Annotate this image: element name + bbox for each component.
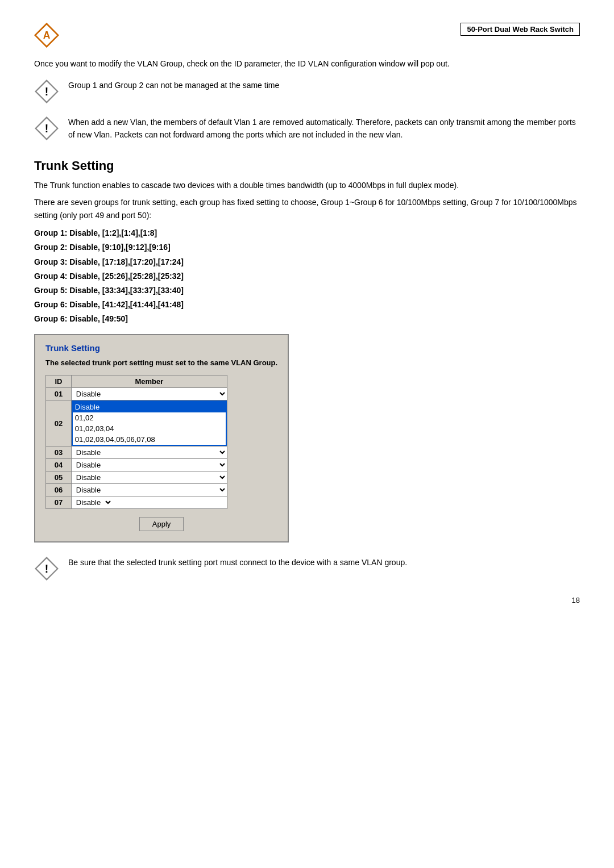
- table-row: 01 Disable 01,02 01,02,03,04 01,02,03,04…: [46, 388, 227, 400]
- section-title: Trunk Setting: [34, 158, 580, 173]
- member-select-07[interactable]: Disable: [72, 496, 113, 508]
- warning-text-1: Group 1 and Group 2 can not be managed a…: [68, 79, 279, 91]
- table-row: 05 Disable: [46, 471, 227, 484]
- member-select-04[interactable]: Disable: [72, 459, 227, 471]
- svg-text:A: A: [43, 30, 51, 41]
- member-cell-04[interactable]: Disable: [71, 459, 227, 471]
- member-select-06[interactable]: Disable: [72, 484, 227, 496]
- member-select-03[interactable]: Disable: [72, 446, 227, 458]
- product-name: 50-Port Dual Web Rack Switch: [460, 23, 580, 36]
- warning-icon-bottom: !: [34, 556, 59, 583]
- group-item-3: Group 3: Disable, [17:18],[17:20],[17:24…: [34, 255, 580, 269]
- member-cell-07[interactable]: Disable: [71, 496, 227, 509]
- apply-row: Apply: [45, 517, 277, 531]
- member-cell-05[interactable]: Disable: [71, 471, 227, 484]
- table-row: 04 Disable: [46, 459, 227, 471]
- company-logo: A: [34, 23, 63, 51]
- member-cell-06[interactable]: Disable: [71, 484, 227, 496]
- svg-text:!: !: [45, 85, 48, 98]
- row-id-01: 01: [46, 388, 72, 400]
- intro-text: Once you want to modify the VLAN Group, …: [34, 58, 580, 70]
- row-id-02: 02: [46, 400, 72, 446]
- member-select-01[interactable]: Disable 01,02 01,02,03,04 01,02,03,04,05…: [72, 388, 227, 400]
- apply-button[interactable]: Apply: [139, 517, 184, 531]
- warning-box-2: ! When add a new Vlan, the members of de…: [34, 116, 580, 143]
- page-number: 18: [572, 596, 580, 604]
- trunk-panel-note: The selected trunk port setting must set…: [45, 358, 277, 367]
- trunk-desc-1: The Trunk function enables to cascade tw…: [34, 179, 580, 191]
- row-id-04: 04: [46, 459, 72, 471]
- dropdown-option-0102[interactable]: 01,02: [73, 412, 226, 423]
- warning-text-2: When add a new Vlan, the members of defa…: [68, 116, 580, 141]
- col-member: Member: [71, 375, 227, 388]
- table-row: 06 Disable: [46, 484, 227, 496]
- bottom-warning-text: Be sure that the selected trunk setting …: [68, 556, 407, 569]
- dropdown-option-all[interactable]: 01,02,03,04,05,06,07,08: [73, 434, 226, 445]
- group-item-6: Group 6: Disable, [41:42],[41:44],[41:48…: [34, 298, 580, 312]
- dropdown-option-01020304[interactable]: 01,02,03,04: [73, 423, 226, 434]
- trunk-desc-2: There are seven groups for trunk setting…: [34, 196, 580, 222]
- warning-box-bottom: ! Be sure that the selected trunk settin…: [34, 556, 580, 583]
- row-id-06: 06: [46, 484, 72, 496]
- svg-text:!: !: [45, 563, 48, 575]
- group-item-1: Group 1: Disable, [1:2],[1:4],[1:8]: [34, 226, 580, 240]
- member-select-05[interactable]: Disable: [72, 471, 227, 483]
- table-row: 07 Disable: [46, 496, 227, 509]
- table-row: 02 Disable 01,02 01,02,03,04 01,02,03,04…: [46, 400, 227, 446]
- trunk-panel: Trunk Setting The selected trunk port se…: [34, 334, 289, 542]
- table-row: 03 Disable: [46, 446, 227, 459]
- group-item-2: Group 2: Disable, [9:10],[9:12],[9:16]: [34, 240, 580, 254]
- row-id-07: 07: [46, 496, 72, 509]
- group-item-7: Group 6: Disable, [49:50]: [34, 312, 580, 326]
- warning-box-1: ! Group 1 and Group 2 can not be managed…: [34, 79, 580, 106]
- svg-text:!: !: [45, 122, 48, 135]
- row-id-03: 03: [46, 446, 72, 459]
- group-list: Group 1: Disable, [1:2],[1:4],[1:8] Grou…: [34, 226, 580, 326]
- group-item-4: Group 4: Disable, [25:26],[25:28],[25:32…: [34, 269, 580, 283]
- dropdown-selected-02[interactable]: Disable: [73, 402, 226, 412]
- page-header: A 50-Port Dual Web Rack Switch: [34, 23, 580, 51]
- trunk-table: ID Member 01 Disable 01,02 01,02,03,04 0…: [45, 375, 227, 509]
- row-id-05: 05: [46, 471, 72, 484]
- col-id: ID: [46, 375, 72, 388]
- member-dropdown-open-02[interactable]: Disable 01,02 01,02,03,04 01,02,03,04,05…: [72, 400, 227, 446]
- warning-icon-2: !: [34, 116, 59, 143]
- member-cell-03[interactable]: Disable: [71, 446, 227, 459]
- group-item-5: Group 5: Disable, [33:34],[33:37],[33:40…: [34, 283, 580, 298]
- member-cell-02[interactable]: Disable 01,02 01,02,03,04 01,02,03,04,05…: [71, 400, 227, 446]
- trunk-panel-title: Trunk Setting: [45, 343, 277, 353]
- warning-icon-1: !: [34, 79, 59, 106]
- member-cell-01[interactable]: Disable 01,02 01,02,03,04 01,02,03,04,05…: [71, 388, 227, 400]
